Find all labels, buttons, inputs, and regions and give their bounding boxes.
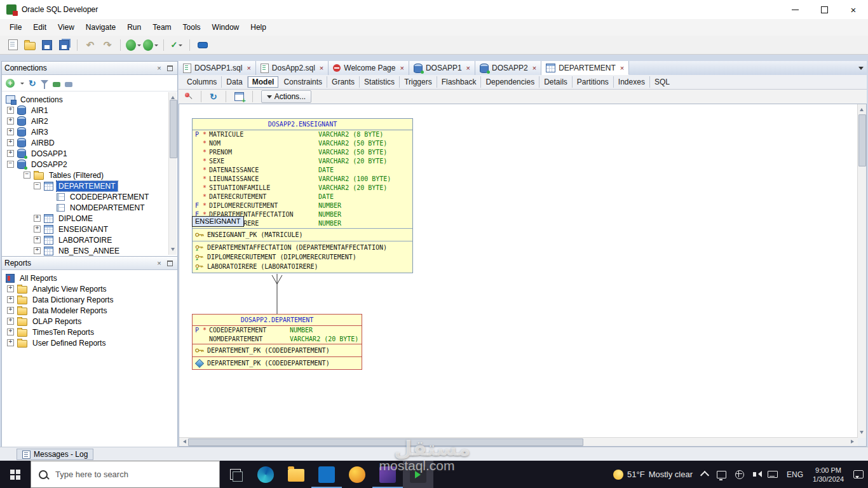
export-diagram-icon[interactable] — [234, 92, 244, 101]
tab-dosapp2-sql[interactable]: DosApp2.sql — [256, 61, 329, 75]
scroll-up-icon[interactable] — [171, 94, 175, 99]
tree-item-airbd[interactable]: AIRBD — [2, 137, 177, 148]
weather-widget[interactable]: 51°F Mostly clear — [609, 461, 697, 488]
maximize-button[interactable] — [810, 0, 839, 19]
open-button[interactable] — [22, 37, 37, 53]
tree-item-departement[interactable]: DEPARTEMENT — [2, 180, 177, 191]
canvas-horizontal-scrollbar[interactable] — [179, 437, 858, 446]
tab-close-icon[interactable] — [532, 64, 536, 72]
tree-root-connections[interactable]: Connections — [2, 94, 177, 105]
add-connection-dropdown-icon[interactable] — [20, 83, 24, 86]
tree-item-air2[interactable]: AIR2 — [2, 116, 177, 126]
tree-item-nomdepartement[interactable]: NOMDEPARTEMENT — [2, 202, 177, 213]
tree-item-codedepartement[interactable]: CODEDEPARTEMENT — [2, 191, 177, 202]
tree-item-all-reports[interactable]: All Reports — [2, 273, 177, 283]
pending-changes-button[interactable]: ✓ — [169, 37, 184, 53]
model-diagram-canvas[interactable]: DOSAPP2.ENSEIGNANT P*MATRICULEVARCHAR2 (… — [179, 104, 867, 447]
subtab-sql[interactable]: SQL — [650, 76, 674, 88]
tab-close-icon[interactable] — [400, 64, 403, 72]
task-view-button[interactable] — [220, 461, 250, 488]
subtab-partitions[interactable]: Partitions — [573, 76, 614, 88]
disconnect-icon[interactable] — [65, 82, 72, 87]
menu-run[interactable]: Run — [121, 21, 147, 34]
expand-icon[interactable] — [34, 215, 41, 222]
collapse-icon[interactable] — [7, 161, 14, 168]
tree-item-data-dictionary-reports[interactable]: Data Dictionary Reports — [2, 294, 177, 305]
expand-icon[interactable] — [7, 307, 14, 314]
expand-icon[interactable] — [7, 139, 14, 146]
subtab-statistics[interactable]: Statistics — [360, 76, 400, 88]
subtab-triggers[interactable]: Triggers — [400, 76, 437, 88]
scroll-down-icon[interactable] — [171, 248, 175, 253]
refresh-icon[interactable]: ↻ — [210, 92, 217, 102]
subtab-columns[interactable]: Columns — [182, 76, 222, 88]
menu-view[interactable]: View — [52, 21, 80, 34]
taskbar-search[interactable] — [31, 461, 220, 488]
tree-item-data-modeler-reports[interactable]: Data Modeler Reports — [2, 305, 177, 316]
pin-icon[interactable] — [184, 92, 193, 101]
tree-item-air3[interactable]: AIR3 — [2, 126, 177, 137]
tab-departement[interactable]: DEPARTEMENT — [541, 61, 629, 75]
menu-team[interactable]: Team — [147, 21, 177, 34]
expand-icon[interactable] — [7, 128, 14, 135]
subtab-dependencies[interactable]: Dependencies — [481, 76, 539, 88]
subtab-details[interactable]: Details — [539, 76, 573, 88]
expand-icon[interactable] — [7, 285, 14, 292]
panel-close-icon[interactable]: × — [154, 64, 164, 73]
tree-item-laboratoire[interactable]: LABORATOIRE — [2, 234, 177, 245]
expand-icon[interactable] — [7, 296, 14, 303]
subtab-model[interactable]: Model — [248, 76, 279, 88]
tab-welcome-page[interactable]: Welcome Page — [329, 61, 409, 75]
tree-item-dosapp1[interactable]: DOSAPP1 — [2, 148, 177, 159]
subtab-flashback[interactable]: Flashback — [437, 76, 482, 88]
subtab-constraints[interactable]: Constraints — [279, 76, 327, 88]
connect-icon[interactable] — [53, 82, 60, 87]
expand-icon[interactable] — [7, 318, 14, 325]
tab-dosapp1[interactable]: DOSAPP1 — [409, 61, 475, 75]
refresh-icon[interactable]: ↻ — [29, 78, 36, 88]
taskbar-app-orange[interactable] — [342, 461, 372, 488]
menu-tools[interactable]: Tools — [177, 21, 207, 34]
filter-icon[interactable] — [41, 80, 48, 88]
tree-item-nb-ens-annee[interactable]: NB_ENS_ANNEE — [2, 245, 177, 256]
scrollbar-thumb[interactable] — [170, 100, 177, 158]
menu-navigate[interactable]: Navigate — [80, 21, 121, 34]
tree-item-olap-reports[interactable]: OLAP Reports — [2, 316, 177, 327]
expand-icon[interactable] — [34, 236, 41, 243]
internet-button[interactable] — [731, 461, 749, 488]
panel-restore-icon[interactable] — [165, 64, 175, 73]
scroll-right-icon[interactable] — [851, 440, 856, 444]
expand-icon[interactable] — [7, 150, 14, 157]
subtab-indexes[interactable]: Indexes — [614, 76, 650, 88]
tree-item-timesten-reports[interactable]: TimesTen Reports — [2, 327, 177, 337]
save-all-button[interactable] — [57, 37, 72, 53]
tab-close-icon[interactable] — [247, 64, 250, 72]
entity-departement[interactable]: DOSAPP2.DEPARTEMENT P*CODEDEPARTEMENTNUM… — [192, 314, 362, 370]
save-button[interactable] — [39, 37, 55, 53]
taskbar-app-blue[interactable] — [311, 461, 342, 488]
tree-item-air1[interactable]: AIR1 — [2, 105, 177, 116]
expand-icon[interactable] — [34, 247, 41, 254]
scroll-up-icon[interactable] — [860, 106, 864, 111]
tree-item-diplome[interactable]: DIPLOME — [2, 213, 177, 224]
tree-item-analytic-view-reports[interactable]: Analytic View Reports — [2, 283, 177, 294]
panel-close-icon[interactable]: × — [154, 259, 164, 268]
close-button[interactable]: × — [839, 0, 868, 19]
tab-close-icon[interactable] — [620, 64, 624, 72]
menu-edit[interactable]: Edit — [27, 21, 52, 34]
undo-button[interactable]: ↶ — [83, 37, 98, 53]
new-file-button[interactable] — [5, 37, 20, 53]
subtab-data[interactable]: Data — [222, 76, 247, 88]
scrollbar-thumb[interactable] — [858, 114, 866, 166]
language-indicator[interactable]: ENG — [782, 461, 808, 488]
search-input[interactable] — [54, 469, 219, 480]
entity-enseignant[interactable]: DOSAPP2.ENSEIGNANT P*MATRICULEVARCHAR2 (… — [192, 118, 413, 273]
hidden-icons-button[interactable] — [697, 461, 712, 488]
expand-icon[interactable] — [34, 226, 41, 233]
tree-item-dosapp2[interactable]: DOSAPP2 — [2, 159, 177, 170]
menu-window[interactable]: Window — [207, 21, 245, 34]
taskbar-app-explorer[interactable] — [281, 461, 311, 488]
tree-item-enseignant[interactable]: ENSEIGNANT — [2, 224, 177, 234]
tree-item-tables[interactable]: Tables (Filtered) — [2, 170, 177, 180]
tab-dosapp1-sql[interactable]: DOSAPP1.sql — [179, 61, 256, 75]
